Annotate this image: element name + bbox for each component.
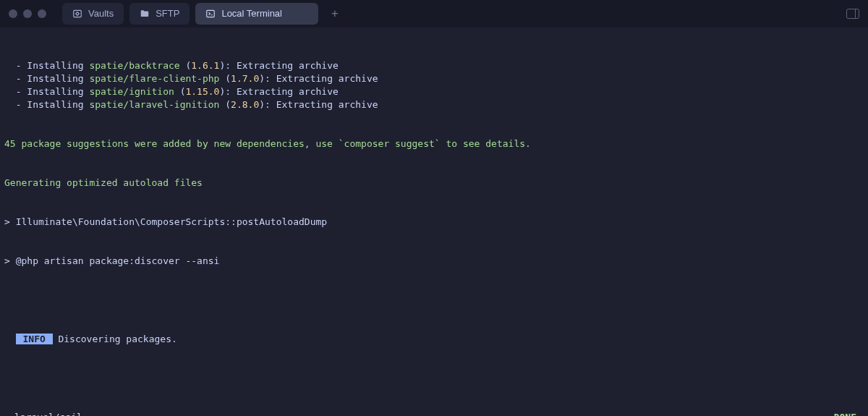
svg-rect-0 (74, 10, 82, 17)
folder-icon (140, 9, 150, 19)
window-controls[interactable] (9, 9, 46, 18)
info-badge: INFO (16, 334, 53, 344)
close-dot[interactable] (9, 9, 17, 18)
suggestions-line: 45 package suggestions were added by new… (4, 137, 864, 150)
tab-label: SFTP (156, 7, 179, 20)
terminal-icon (205, 9, 216, 19)
install-lines: - Installing spatie/backtrace (1.6.1): E… (4, 59, 864, 111)
dots-fill: ........................................… (88, 411, 834, 416)
terminal-output[interactable]: - Installing spatie/backtrace (1.6.1): E… (0, 27, 868, 416)
install-line: - Installing spatie/ignition (1.15.0): E… (4, 85, 864, 98)
discovered-packages: laravel/sail ...........................… (4, 411, 864, 416)
svg-point-1 (76, 12, 79, 15)
install-line: - Installing spatie/backtrace (1.6.1): E… (4, 59, 864, 72)
script-line: > @php artisan package:discover --ansi (4, 255, 864, 268)
titlebar: Vaults SFTP Local Terminal + (0, 0, 868, 27)
install-line: - Installing spatie/flare-client-php (1.… (4, 72, 864, 85)
install-line: - Installing spatie/laravel-ignition (2.… (4, 98, 864, 111)
info-line: INFO Discovering packages. (4, 333, 864, 346)
tab-vaults[interactable]: Vaults (62, 3, 124, 25)
package-name: laravel/sail (14, 411, 88, 416)
tab-sftp[interactable]: SFTP (129, 3, 190, 25)
package-row: laravel/sail ...........................… (4, 411, 864, 416)
new-tab-button[interactable]: + (324, 7, 346, 20)
zoom-dot[interactable] (38, 9, 46, 18)
tab-local-terminal[interactable]: Local Terminal (195, 3, 318, 25)
status-done: DONE (834, 411, 864, 416)
vault-icon (72, 9, 82, 19)
toggle-panel-icon[interactable] (846, 9, 859, 19)
script-line: > Illuminate\Foundation\ComposerScripts:… (4, 216, 864, 229)
autoload-line: Generating optimized autoload files (4, 177, 864, 190)
tab-label: Vaults (88, 7, 114, 20)
tab-label: Local Terminal (221, 7, 282, 20)
minimize-dot[interactable] (23, 9, 32, 18)
